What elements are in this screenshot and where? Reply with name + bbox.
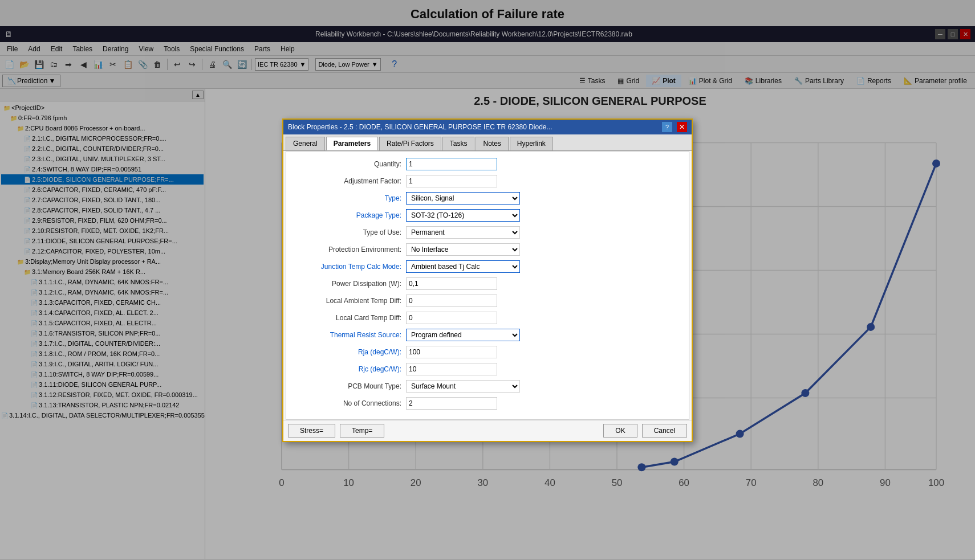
modal-title-bar: Block Properties - 2.5 : DIODE, SILICON …	[283, 120, 692, 134]
type-of-use-row: Type of Use: Permanent	[292, 226, 683, 239]
type-of-use-select[interactable]: Permanent	[406, 226, 520, 239]
connections-label: No of Connections:	[292, 399, 406, 407]
junction-temp-select[interactable]: Ambient based Tj Calc	[406, 260, 520, 273]
adjustment-factor-input[interactable]	[406, 175, 497, 187]
package-type-label: Package Type:	[292, 211, 406, 219]
tab-general[interactable]: General	[286, 137, 325, 150]
modal-title: Block Properties - 2.5 : DIODE, SILICON …	[288, 123, 552, 131]
protection-env-row: Protection Environment: No Interface	[292, 243, 683, 256]
package-type-row: Package Type: SOT-32 (TO-126)	[292, 209, 683, 222]
quantity-input[interactable]	[406, 158, 497, 170]
protection-env-select[interactable]: No Interface	[406, 243, 520, 256]
type-of-use-label: Type of Use:	[292, 228, 406, 236]
modal-footer: Stress= Temp= OK Cancel	[283, 420, 692, 441]
connections-row: No of Connections:	[292, 397, 683, 410]
ok-button[interactable]: OK	[603, 424, 637, 438]
modal-close-button[interactable]: ✕	[677, 122, 687, 132]
type-label: Type:	[292, 194, 406, 202]
local-ambient-input[interactable]	[406, 295, 497, 307]
pcb-mount-label: PCB Mount Type:	[292, 382, 406, 390]
thermal-resist-select[interactable]: Program defined	[406, 329, 520, 341]
local-card-row: Local Card Temp Diff:	[292, 311, 683, 325]
junction-temp-row: Junction Temp Calc Mode: Ambient based T…	[292, 260, 683, 273]
tab-parameters[interactable]: Parameters	[326, 137, 378, 150]
quantity-row: Quantity:	[292, 157, 683, 171]
type-row: Type: Silicon, Signal	[292, 191, 683, 205]
tab-tasks[interactable]: Tasks	[442, 137, 475, 150]
local-ambient-row: Local Ambient Temp Diff:	[292, 294, 683, 308]
connections-input[interactable]	[406, 397, 497, 410]
modal-help-button[interactable]: ?	[662, 122, 672, 132]
type-select[interactable]: Silicon, Signal	[406, 192, 520, 205]
tab-notes[interactable]: Notes	[476, 137, 508, 150]
cancel-button[interactable]: Cancel	[642, 424, 687, 438]
pcb-mount-row: PCB Mount Type: Surface Mount	[292, 379, 683, 393]
modal-tabs: General Parameters Rate/Pi Factors Tasks…	[283, 134, 692, 151]
rjc-label: Rjc (degC/W):	[292, 365, 406, 373]
power-dissipation-row: Power Dissipation (W):	[292, 277, 683, 291]
modal-body: Quantity: Adjustment Factor: Type: Silic…	[286, 151, 689, 420]
rjc-input[interactable]	[406, 363, 497, 375]
power-dissipation-input[interactable]	[406, 277, 497, 290]
pcb-mount-select[interactable]: Surface Mount	[406, 380, 520, 393]
block-properties-modal: Block Properties - 2.5 : DIODE, SILICON …	[282, 118, 693, 442]
temp-button[interactable]: Temp=	[340, 424, 384, 438]
stress-button[interactable]: Stress=	[288, 424, 335, 438]
tab-rate-pi[interactable]: Rate/Pi Factors	[379, 137, 441, 150]
junction-temp-label: Junction Temp Calc Mode:	[292, 263, 406, 271]
adjustment-factor-label: Adjustment Factor:	[292, 177, 406, 185]
package-type-select[interactable]: SOT-32 (TO-126)	[406, 209, 520, 222]
adjustment-factor-row: Adjustment Factor:	[292, 174, 683, 188]
quantity-label: Quantity:	[292, 160, 406, 168]
modal-overlay: Block Properties - 2.5 : DIODE, SILICON …	[0, 0, 975, 559]
thermal-resist-row: Thermal Resist Source: Program defined	[292, 328, 683, 342]
thermal-resist-label: Thermal Resist Source:	[292, 331, 406, 339]
rja-label: Rja (degC/W):	[292, 348, 406, 356]
rjc-row: Rjc (degC/W):	[292, 362, 683, 376]
tab-hyperlink[interactable]: Hyperlink	[510, 137, 553, 150]
local-card-input[interactable]	[406, 312, 497, 324]
protection-env-label: Protection Environment:	[292, 246, 406, 254]
local-card-label: Local Card Temp Diff:	[292, 314, 406, 322]
power-dissipation-label: Power Dissipation (W):	[292, 280, 406, 288]
rja-input[interactable]	[406, 346, 497, 358]
local-ambient-label: Local Ambient Temp Diff:	[292, 297, 406, 305]
rja-row: Rja (degC/W):	[292, 345, 683, 359]
